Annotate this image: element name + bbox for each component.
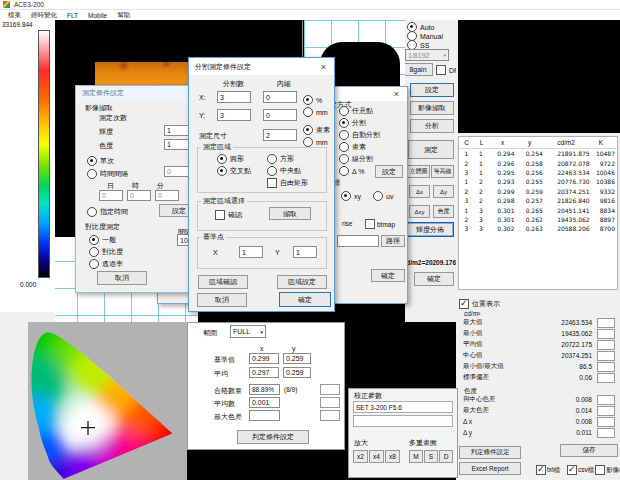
normal-radio[interactable]: 一般 [89, 235, 116, 245]
specified-time-radio[interactable]: 指定時間 [87, 207, 128, 217]
multi-screen-button[interactable]: M [409, 450, 423, 463]
calibration-set-field: SET 3-200 F5.6 [353, 401, 453, 413]
transmittance-radio[interactable]: 透過率 [89, 259, 123, 269]
table-row[interactable]: 1 3 0.301 0.265 20451.141 8834 [459, 205, 617, 214]
percent-radio[interactable]: % [303, 95, 322, 105]
mm-radio[interactable]: mm [303, 107, 328, 117]
stat-row: 最大值 22463.534 [463, 317, 615, 328]
method-radio-list: 任意點 分割 自動分割 畫素 線分割 Δ [339, 105, 380, 177]
center-point-radio[interactable]: 中央點 [267, 166, 301, 176]
table-row[interactable]: 2 1 0.296 0.258 20872.078 9722 [459, 158, 617, 167]
judge-result-box [597, 373, 615, 383]
confirm-button[interactable]: 確定 [414, 272, 454, 286]
single-radio[interactable]: 單次 [87, 156, 114, 166]
bitmap-checkbox[interactable]: btmap [365, 219, 395, 229]
coord-uv-radio[interactable]: uv [373, 191, 393, 201]
path-browse-button[interactable]: 路徑 [381, 235, 405, 247]
method-radio[interactable]: 分割 [339, 117, 380, 129]
menu-item[interactable]: 幫助 [117, 11, 130, 20]
area-confirm-button[interactable]: 區域確認 [198, 275, 248, 289]
table-row[interactable]: 3 1 0.295 0.256 22463.534 10046 [459, 168, 617, 177]
table-row[interactable]: 1 2 0.293 0.255 20776.730 10386 [459, 177, 617, 186]
base-y-field[interactable]: 1 [293, 246, 317, 258]
method-ok-button[interactable]: 確定 [371, 269, 405, 282]
square-radio[interactable]: 方形 [267, 154, 294, 164]
excel-report-button[interactable]: Excel Report [459, 462, 521, 475]
analyze-button[interactable]: 分析 [410, 119, 454, 133]
title-bar: ACE3-200 [0, 0, 620, 10]
area-set-button[interactable]: 區域設定 [277, 275, 327, 289]
csv-file-checkbox[interactable]: csv檔 [567, 465, 594, 475]
average-x-field[interactable]: 0.297 [249, 367, 279, 378]
table-row[interactable]: 3 3 0.302 0.263 20588.206 8700 [459, 224, 617, 233]
zoom-factor-button[interactable]: x2 [353, 450, 368, 463]
method-set-button[interactable]: 設定 [375, 165, 403, 178]
image-capture-button[interactable]: 影像擷取 [410, 101, 454, 115]
confirm-checkbox[interactable]: 確認 [215, 210, 242, 220]
delta-xy-button[interactable]: Δxy [409, 205, 430, 218]
delta-y-button[interactable]: Δy [433, 185, 454, 198]
method-radio[interactable]: Δ % [339, 165, 380, 177]
range-select[interactable]: FULL▾ [230, 325, 266, 338]
measure-cancel-button[interactable]: 取消 [97, 271, 147, 285]
pixel-radio[interactable]: 畫素 [303, 125, 330, 135]
circle-radio[interactable]: 圓形 [217, 154, 244, 164]
zoom-factor-button[interactable]: x4 [369, 450, 384, 463]
average-y-field[interactable]: 0.259 [283, 367, 311, 378]
txt-file-checkbox[interactable]: txt檔 [536, 465, 560, 475]
method-radio[interactable]: 線分割 [339, 153, 380, 165]
chroma-button[interactable]: 色度 [433, 205, 454, 218]
judge-result-box [597, 318, 615, 328]
measure-size-field[interactable]: 2 [263, 129, 297, 141]
table-row[interactable]: 2 2 0.299 0.259 20374.251 9332 [459, 187, 617, 196]
base-x-field[interactable]: 1 [239, 246, 263, 258]
menu-item[interactable]: 經時變化 [31, 11, 57, 20]
solid-view-button[interactable]: 立體圖 [407, 165, 430, 178]
menu-item[interactable]: FLT [67, 12, 78, 19]
close-icon[interactable]: × [390, 88, 403, 99]
output-path-field[interactable] [337, 235, 379, 247]
coord-xy-radio[interactable]: xy [341, 191, 361, 201]
free-rect-checkbox[interactable]: 自由矩形 [267, 178, 308, 188]
x-division-field[interactable]: 3 [217, 91, 251, 103]
reference-x-field[interactable]: 0.299 [249, 353, 279, 364]
method-radio[interactable]: 自動分割 [339, 129, 380, 141]
zoom-factor-button[interactable]: x8 [385, 450, 400, 463]
close-icon[interactable]: × [317, 61, 330, 72]
results-judge-button[interactable]: 判定條件設定 [459, 446, 521, 459]
position-display-checkbox[interactable]: 位置表示 [459, 299, 500, 309]
image-checkbox-icon [595, 465, 605, 475]
split-ok-button[interactable]: 確定 [279, 292, 331, 307]
capture-area-button[interactable]: 擷取 [269, 207, 311, 220]
menu-item[interactable]: Mobile [88, 12, 107, 19]
save-button[interactable]: 儲存 [560, 444, 618, 457]
table-row[interactable]: 2 3 0.301 0.262 19435.062 8897 [459, 215, 617, 224]
settings-button[interactable]: 設定 [410, 83, 454, 97]
menu-item[interactable]: 檔案 [8, 11, 21, 20]
table-row[interactable]: 3 2 0.298 0.257 21826.840 9816 [459, 196, 617, 205]
image-file-checkbox[interactable]: 影像檔 [595, 465, 620, 475]
reference-y-field[interactable]: 0.259 [283, 353, 311, 364]
mm2-radio[interactable]: mm [303, 137, 328, 147]
mean-diff-value: 0.001 [249, 397, 280, 408]
multi-screen-button[interactable]: S [424, 450, 438, 463]
method-radio[interactable]: 任意點 [339, 105, 380, 117]
measure-button[interactable]: 測定 [408, 140, 454, 159]
method-radio[interactable]: 畫素 [339, 141, 380, 153]
split-cancel-button[interactable]: 取消 [197, 293, 247, 307]
table-row[interactable]: 1 1 0.294 0.254 21891.875 10487 [459, 149, 617, 158]
delta-x-button[interactable]: Δx [409, 185, 430, 198]
y-division-field[interactable]: 3 [217, 109, 251, 121]
column-header: cd/m2 [543, 139, 589, 146]
interval-radio[interactable]: 時間間隔 [87, 169, 128, 179]
x-inset-field[interactable]: 0 [263, 91, 297, 103]
gain-button[interactable]: 8gain [403, 63, 433, 76]
cross-point-radio[interactable]: 交叉點 [217, 166, 251, 176]
cie-horseshoe [30, 322, 185, 480]
summary-judge-button[interactable]: 判定條件設定 [237, 430, 309, 444]
contour-button[interactable]: 等高線 [431, 165, 454, 178]
multi-screen-button[interactable]: D [439, 450, 453, 463]
y-inset-field[interactable]: 0 [263, 109, 297, 121]
contrast-radio[interactable]: 對比度 [89, 247, 123, 257]
luminance-distribution-button[interactable]: 輝度分佈 [406, 222, 454, 237]
